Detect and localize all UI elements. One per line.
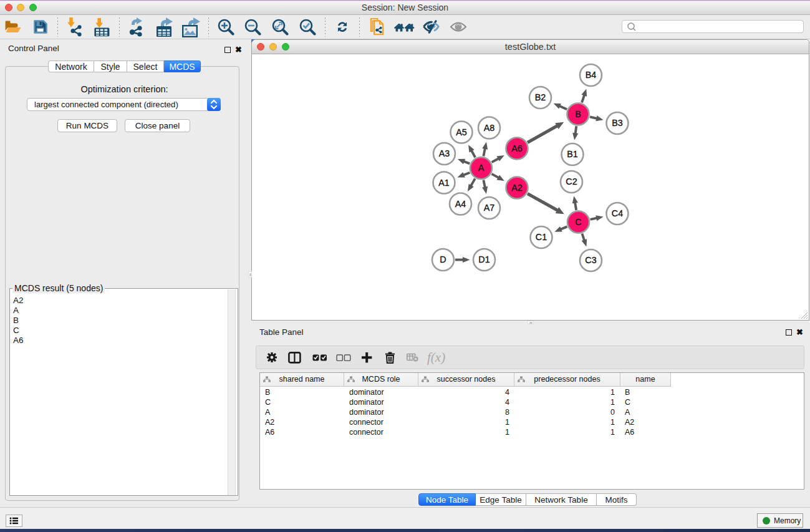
svg-text:A: A: [478, 163, 485, 173]
svg-text:A8: A8: [484, 123, 495, 133]
svg-text:D1: D1: [478, 254, 489, 264]
svg-text:A6: A6: [511, 143, 523, 153]
svg-text:C4: C4: [612, 208, 623, 218]
svg-text:C1: C1: [536, 232, 547, 242]
svg-text:D: D: [440, 254, 446, 264]
svg-text:B1: B1: [567, 149, 578, 159]
svg-text:A4: A4: [455, 199, 466, 209]
svg-text:A7: A7: [484, 203, 495, 213]
svg-text:A5: A5: [456, 127, 467, 137]
svg-text:C: C: [575, 217, 581, 227]
svg-text:B: B: [575, 109, 581, 119]
svg-text:A3: A3: [439, 148, 450, 158]
svg-text:B4: B4: [586, 70, 597, 80]
svg-text:C3: C3: [585, 255, 596, 265]
svg-text:C2: C2: [566, 177, 577, 186]
svg-text:B2: B2: [535, 92, 546, 102]
svg-text:A2: A2: [511, 183, 523, 193]
svg-text:B3: B3: [612, 118, 623, 128]
svg-text:A1: A1: [438, 178, 450, 188]
